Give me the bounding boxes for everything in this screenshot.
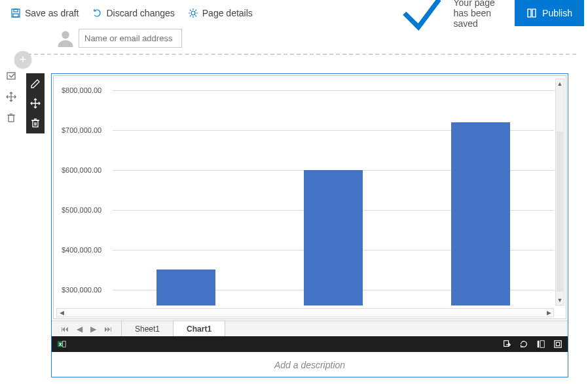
refresh-icon[interactable] bbox=[519, 340, 528, 349]
y-axis-label: $600,000.00 bbox=[62, 166, 101, 174]
section-divider bbox=[28, 54, 576, 55]
svg-rect-17 bbox=[556, 342, 559, 345]
svg-rect-1 bbox=[14, 9, 18, 12]
sheet-nav-group: ⏮ ◀ ▶ ⏭ bbox=[52, 321, 122, 336]
svg-rect-8 bbox=[9, 115, 14, 122]
discard-icon bbox=[92, 8, 103, 18]
avatar-icon bbox=[56, 29, 75, 47]
save-draft-label: Save as draft bbox=[25, 8, 79, 18]
svg-rect-16 bbox=[555, 341, 562, 348]
delete-section-icon[interactable] bbox=[6, 113, 16, 123]
add-section-button[interactable]: + bbox=[14, 51, 31, 68]
svg-rect-13 bbox=[504, 341, 509, 347]
tab-chart1[interactable]: Chart1 bbox=[174, 321, 225, 336]
svg-rect-15 bbox=[540, 341, 544, 348]
chart-bar bbox=[304, 170, 363, 305]
scroll-down-arrow[interactable]: ▼ bbox=[556, 296, 564, 305]
gear-icon bbox=[188, 8, 198, 18]
section-rail bbox=[3, 71, 20, 123]
sheet-nav-prev-icon[interactable]: ◀ bbox=[77, 324, 83, 334]
download-icon[interactable] bbox=[502, 340, 511, 349]
sheet-nav-next-icon[interactable]: ▶ bbox=[90, 324, 96, 334]
y-axis-label: $500,000.00 bbox=[62, 206, 101, 214]
scroll-thumb[interactable] bbox=[557, 131, 563, 292]
webpart-toolbar bbox=[26, 73, 45, 133]
scroll-up-arrow[interactable]: ▲ bbox=[556, 79, 564, 88]
svg-rect-4 bbox=[528, 9, 531, 17]
sheet-tab-row: ⏮ ◀ ▶ ⏭ Sheet1 Chart1 bbox=[52, 321, 568, 336]
svg-rect-7 bbox=[7, 73, 15, 79]
page-command-bar: Save as draft Discard changes Page detai… bbox=[0, 0, 588, 26]
svg-rect-12 bbox=[63, 341, 65, 347]
excel-logo-icon: X bbox=[57, 340, 66, 349]
tab-sheet1[interactable]: Sheet1 bbox=[122, 321, 174, 336]
y-axis-label: $300,000.00 bbox=[62, 286, 101, 294]
move-webpart-icon[interactable] bbox=[30, 98, 41, 109]
svg-rect-14 bbox=[538, 341, 540, 348]
saved-status: Your page has been saved bbox=[394, 0, 515, 41]
publish-button[interactable]: Publish bbox=[515, 0, 584, 26]
scroll-left-arrow[interactable]: ◀ bbox=[57, 309, 66, 316]
y-axis-label: $400,000.00 bbox=[62, 246, 101, 254]
scroll-right-arrow[interactable]: ▶ bbox=[544, 309, 553, 316]
edit-webpart-icon[interactable] bbox=[30, 79, 41, 89]
excel-status-bar: X bbox=[52, 336, 568, 352]
publish-label: Publish bbox=[542, 8, 572, 18]
discard-label: Discard changes bbox=[107, 8, 175, 18]
vertical-scrollbar[interactable]: ▲ ▼ bbox=[555, 79, 564, 305]
info-icon[interactable] bbox=[536, 340, 545, 349]
excel-webpart: $300,000.00$400,000.00$500,000.00$600,00… bbox=[51, 73, 568, 377]
author-input[interactable] bbox=[79, 29, 182, 48]
fullscreen-icon[interactable] bbox=[553, 340, 562, 349]
discard-changes-button[interactable]: Discard changes bbox=[86, 4, 181, 22]
sheet-nav-last-icon[interactable]: ⏭ bbox=[104, 324, 112, 334]
move-section-icon[interactable] bbox=[6, 92, 16, 102]
sheet-nav-first-icon[interactable]: ⏮ bbox=[61, 324, 69, 334]
page-details-button[interactable]: Page details bbox=[181, 4, 259, 22]
svg-rect-5 bbox=[532, 9, 536, 17]
save-icon bbox=[10, 8, 21, 18]
chart-bar bbox=[156, 270, 215, 305]
edit-section-icon[interactable] bbox=[6, 71, 16, 81]
saved-status-label: Your page has been saved bbox=[454, 0, 507, 29]
svg-text:X: X bbox=[59, 342, 62, 347]
svg-point-3 bbox=[191, 11, 195, 15]
horizontal-scrollbar[interactable]: ◀ ▶ bbox=[56, 308, 554, 317]
excel-chart-viewer: $300,000.00$400,000.00$500,000.00$600,00… bbox=[53, 75, 566, 319]
delete-webpart-icon[interactable] bbox=[30, 118, 41, 128]
y-axis-label: $800,000.00 bbox=[62, 86, 101, 94]
svg-point-6 bbox=[62, 31, 69, 39]
publish-icon bbox=[526, 8, 537, 18]
chart-bar bbox=[451, 122, 510, 305]
page-details-label: Page details bbox=[202, 8, 253, 18]
svg-rect-2 bbox=[13, 14, 18, 17]
check-icon bbox=[394, 0, 450, 41]
y-axis-label: $700,000.00 bbox=[62, 126, 101, 134]
chart-area: $300,000.00$400,000.00$500,000.00$600,00… bbox=[56, 79, 554, 305]
description-input[interactable]: Add a description bbox=[52, 352, 568, 377]
save-as-draft-button[interactable]: Save as draft bbox=[4, 4, 86, 22]
svg-rect-9 bbox=[33, 120, 38, 127]
